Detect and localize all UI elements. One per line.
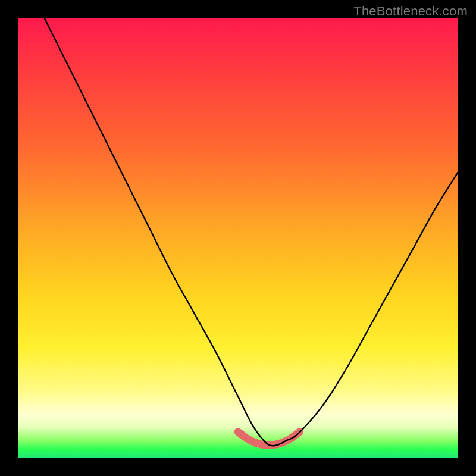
watermark-text: TheBottleneck.com (353, 4, 468, 19)
plot-area (18, 18, 458, 458)
chart-frame: TheBottleneck.com (0, 0, 476, 476)
bottleneck-curve (44, 18, 458, 446)
curve-layer (18, 18, 458, 458)
